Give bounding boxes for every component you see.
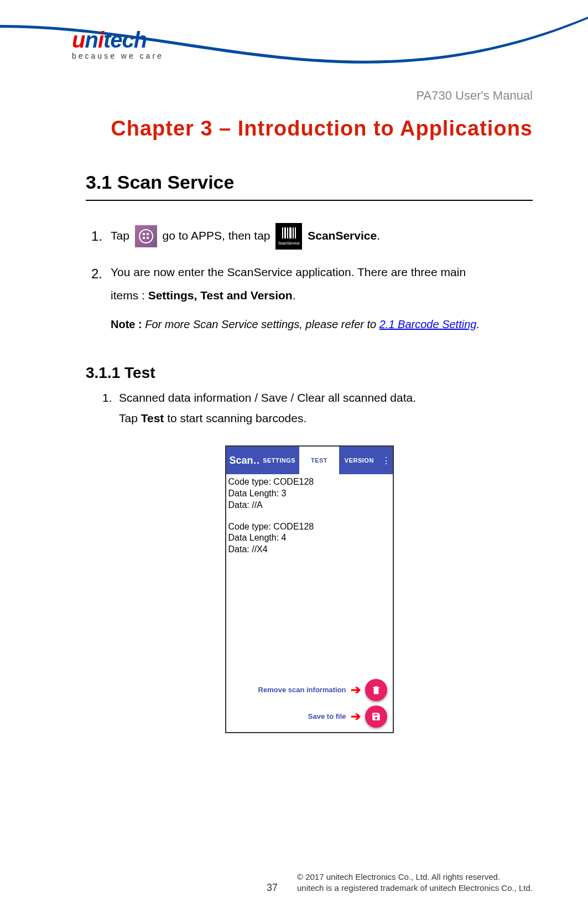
scan-result-1: Code type: CODE128 Data Length: 3 Data: … [228,476,391,511]
save-icon [371,712,381,722]
step-1: 1. Tap go to APPS, then tap ScanService … [91,223,533,250]
section-divider [86,200,533,201]
subsection-title: 3.1.1 Test [86,364,533,382]
brand-name: unitech [72,28,164,53]
copyright-block: © 2017 unitech Electronics Co., Ltd. All… [297,872,533,894]
note: Note : For more Scan Service settings, p… [111,318,533,331]
step-body: Tap go to APPS, then tap ScanService Sca… [111,223,533,250]
arrow-icon: ➔ [351,682,361,698]
page: unitech because we care PA730 User's Man… [0,0,588,913]
step-number: 1. [91,223,111,250]
sub-item-1: 1.Scanned data information / Save / Clea… [102,387,533,429]
screenshot-figure: Scan… SETTINGS TEST VERSION ⋮ Code type:… [86,445,533,733]
page-number: 37 [267,882,278,894]
step-body: You are now enter the ScanService applic… [111,261,533,307]
tab-test[interactable]: TEST [299,447,339,474]
scan-result-2: Code type: CODE128 Data Length: 4 Data: … [228,521,391,556]
overflow-menu-icon[interactable]: ⋮ [379,455,393,466]
step-number: 2. [91,261,111,287]
fab-area: Remove scan information ➔ Save to file ➔ [226,670,393,732]
mock-tabs: SETTINGS TEST VERSION [259,447,379,474]
delete-fab-button[interactable] [365,679,387,701]
brand-tagline: because we care [72,51,164,60]
tab-version[interactable]: VERSION [339,447,379,474]
phone-mockup: Scan… SETTINGS TEST VERSION ⋮ Code type:… [225,445,394,733]
sub-list: 1.Scanned data information / Save / Clea… [102,387,533,429]
tab-settings[interactable]: SETTINGS [259,447,299,474]
barcode-setting-link[interactable]: 2.1 Barcode Setting [379,318,477,330]
section-title: 3.1 Scan Service [86,172,533,193]
apps-launcher-icon [135,225,157,247]
chapter-title: Chapter 3 – Introduction to Applications [86,111,533,147]
mock-body: Code type: CODE128 Data Length: 3 Data: … [226,474,393,732]
scanservice-icon: ScanService [275,223,302,250]
brand-logo: unitech because we care [72,28,164,60]
step-2: 2. You are now enter the ScanService app… [91,261,533,307]
save-fab-button[interactable] [365,706,387,728]
remove-fab-label: Remove scan information [258,686,346,695]
arrow-icon: ➔ [351,709,361,725]
mock-app-bar: Scan… SETTINGS TEST VERSION ⋮ [226,447,393,474]
content-area: Chapter 3 – Introduction to Applications… [86,111,533,733]
save-fab-label: Save to file [308,712,346,722]
trash-icon [371,685,381,695]
step-list: 1. Tap go to APPS, then tap ScanService … [91,223,533,307]
mock-app-name: Scan… [226,455,259,466]
page-footer: 37 © 2017 unitech Electronics Co., Ltd. … [86,872,533,894]
